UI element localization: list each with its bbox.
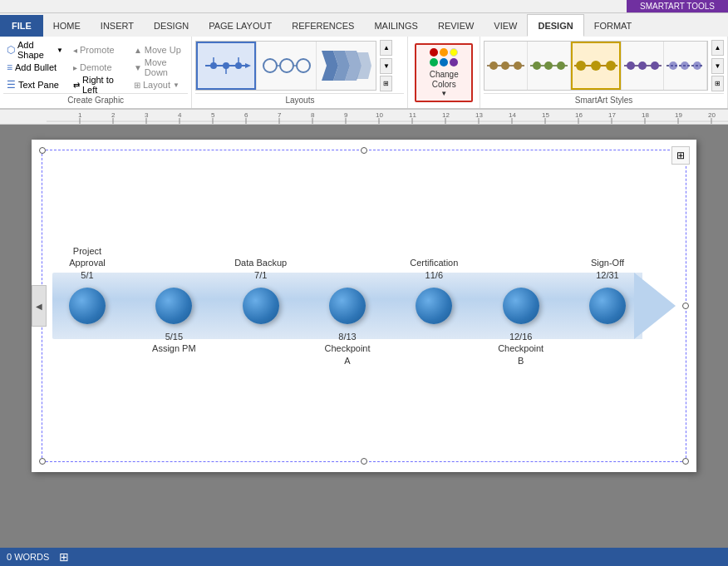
svg-point-9 bbox=[280, 59, 293, 72]
svg-point-8 bbox=[263, 59, 277, 72]
timeline-node-2[interactable]: 5/15Assign PM bbox=[155, 288, 192, 324]
layout-icon: ⊞ bbox=[134, 81, 140, 90]
text-pane-button[interactable]: ☰ Text Pane bbox=[3, 76, 66, 93]
smartart-styles-label: SmartArt Styles bbox=[484, 93, 724, 106]
move-up-button[interactable]: ▲ Move Up bbox=[130, 42, 189, 58]
svg-text:14: 14 bbox=[509, 111, 516, 119]
timeline-node-1[interactable]: ProjectApproval5/1 bbox=[69, 288, 106, 324]
nav-arrow-left[interactable]: ◀ bbox=[32, 285, 47, 327]
svg-point-23 bbox=[544, 62, 553, 70]
color-dot-yellow bbox=[450, 48, 458, 57]
svg-text:1: 1 bbox=[78, 111, 82, 119]
node-3-circle bbox=[243, 288, 279, 324]
svg-point-10 bbox=[297, 59, 310, 72]
color-dot-green bbox=[430, 58, 438, 66]
svg-point-22 bbox=[533, 62, 541, 70]
node-2-label-bottom: 5/15Assign PM bbox=[152, 331, 196, 355]
layout-item-2[interactable] bbox=[256, 42, 316, 90]
tab-page-layout[interactable]: PAGE LAYOUT bbox=[199, 15, 282, 37]
word-count: 0 WORDS bbox=[7, 552, 49, 562]
move-down-button[interactable]: ▼ Move Down bbox=[130, 59, 189, 76]
change-colors-button[interactable]: Change Colors ▼ bbox=[408, 37, 480, 108]
document-layout-button[interactable]: ⊞ bbox=[671, 146, 690, 165]
add-bullet-button[interactable]: ≡ Add Bullet bbox=[3, 59, 66, 76]
svg-text:6: 6 bbox=[244, 111, 248, 119]
tab-format[interactable]: FORMAT bbox=[584, 15, 642, 37]
svg-point-18 bbox=[489, 62, 498, 70]
svg-text:8: 8 bbox=[311, 111, 315, 119]
color-dot-red bbox=[430, 48, 438, 57]
svg-text:18: 18 bbox=[642, 111, 649, 119]
move-up-icon: ▲ bbox=[134, 46, 142, 55]
handle-bl[interactable] bbox=[39, 458, 46, 465]
smartart-styles-group: ▲ ▼ ⊞ SmartArt Styles bbox=[480, 37, 728, 108]
node-6-label-bottom: 12/16CheckpointB bbox=[498, 331, 544, 367]
svg-text:12: 12 bbox=[442, 111, 450, 119]
svg-text:13: 13 bbox=[475, 111, 483, 119]
styles-scroll-down[interactable]: ▼ bbox=[711, 58, 724, 74]
demote-icon: ▸ bbox=[73, 63, 77, 72]
add-shape-button[interactable]: ⬡ Add Shape ▼ bbox=[3, 42, 66, 58]
tab-home[interactable]: HOME bbox=[43, 15, 91, 37]
svg-text:5: 5 bbox=[211, 111, 215, 119]
handle-mr[interactable] bbox=[682, 303, 689, 309]
layout-item-1[interactable] bbox=[196, 42, 256, 90]
style-item-5[interactable] bbox=[664, 42, 707, 90]
layout-dropdown-icon[interactable]: ▼ bbox=[173, 81, 180, 89]
svg-point-24 bbox=[557, 62, 565, 70]
tab-mailings[interactable]: MAILINGS bbox=[364, 15, 428, 37]
svg-point-35 bbox=[669, 62, 677, 70]
change-colors-label: Change Colors bbox=[420, 70, 468, 90]
svg-text:20: 20 bbox=[708, 111, 716, 119]
svg-point-19 bbox=[501, 62, 509, 70]
timeline-node-5[interactable]: Certification11/6 bbox=[416, 288, 452, 324]
style-item-2[interactable] bbox=[528, 42, 571, 90]
handle-br[interactable] bbox=[682, 458, 689, 465]
tab-references[interactable]: REFERENCES bbox=[282, 15, 364, 37]
layouts-scroll-up[interactable]: ▲ bbox=[380, 40, 392, 56]
timeline-node-6[interactable]: 12/16CheckpointB bbox=[503, 288, 539, 324]
tab-design-smartart[interactable]: DESIGN bbox=[527, 14, 583, 37]
layouts-scroll-down[interactable]: ▼ bbox=[380, 58, 392, 74]
add-shape-icon: ⬡ bbox=[7, 44, 15, 56]
timeline-node-4[interactable]: 8/13CheckpointA bbox=[329, 288, 366, 324]
timeline-node-7[interactable]: Sign-Off12/31 bbox=[589, 288, 626, 324]
tab-design[interactable]: DESIGN bbox=[144, 15, 199, 37]
svg-text:9: 9 bbox=[344, 111, 348, 119]
add-shape-dropdown-icon[interactable]: ▼ bbox=[57, 47, 63, 54]
color-dot-purple bbox=[450, 58, 458, 66]
tab-review[interactable]: REVIEW bbox=[428, 15, 484, 37]
status-icon: ⊞ bbox=[59, 550, 69, 564]
handle-bc[interactable] bbox=[361, 458, 367, 465]
promote-button[interactable]: ◂ Promote bbox=[70, 42, 127, 58]
create-graphic-label: Create Graphic bbox=[3, 93, 188, 106]
change-colors-dropdown[interactable]: ▼ bbox=[440, 90, 447, 97]
svg-text:10: 10 bbox=[376, 111, 383, 119]
styles-scroll-up[interactable]: ▲ bbox=[711, 40, 724, 56]
styles-scroll-expand[interactable]: ⊞ bbox=[711, 76, 724, 91]
tab-view[interactable]: VIEW bbox=[484, 15, 527, 37]
ruler: var marks = []; for(var i=0; i<=21; i++)… bbox=[0, 110, 728, 125]
svg-point-36 bbox=[681, 62, 689, 70]
style-item-1[interactable] bbox=[485, 42, 528, 90]
svg-point-20 bbox=[514, 62, 522, 70]
svg-text:7: 7 bbox=[278, 111, 282, 119]
text-pane-icon: ☰ bbox=[7, 79, 16, 91]
layout-item-3[interactable] bbox=[316, 42, 376, 90]
right-to-left-button[interactable]: ⇄ Right to Left bbox=[70, 76, 127, 93]
style-item-selected[interactable] bbox=[571, 42, 621, 90]
style-item-4[interactable] bbox=[621, 42, 664, 90]
handle-tc[interactable] bbox=[361, 147, 367, 154]
node-5-label-top: Certification11/6 bbox=[410, 257, 458, 281]
layout-button[interactable]: ⊞ Layout ▼ bbox=[130, 76, 189, 93]
demote-button[interactable]: ▸ Demote bbox=[70, 59, 127, 76]
node-4-label-bottom: 8/13CheckpointA bbox=[324, 331, 370, 367]
handle-tl[interactable] bbox=[39, 147, 46, 154]
svg-text:16: 16 bbox=[575, 111, 583, 119]
timeline-smartart[interactable]: ProjectApproval5/1 5/15Assign PM Data Ba… bbox=[52, 273, 676, 339]
layouts-scroll-expand[interactable]: ⊞ bbox=[380, 76, 392, 91]
timeline-node-3[interactable]: Data Backup7/1 bbox=[243, 288, 279, 324]
tab-insert[interactable]: INSERT bbox=[91, 15, 144, 37]
svg-text:2: 2 bbox=[111, 111, 116, 119]
tab-file[interactable]: FILE bbox=[0, 15, 43, 37]
